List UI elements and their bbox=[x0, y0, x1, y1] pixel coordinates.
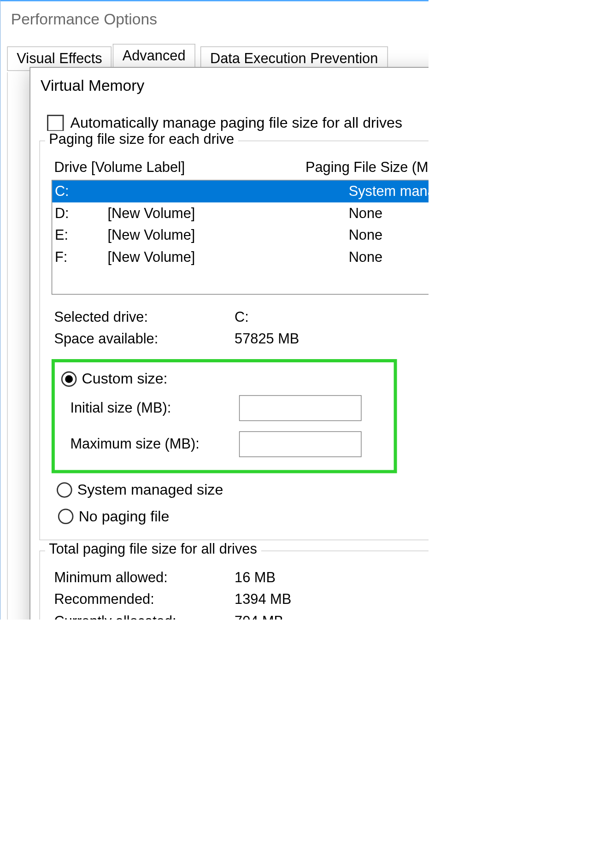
max-size-input[interactable] bbox=[239, 431, 362, 457]
drive-letter: F: bbox=[52, 249, 107, 266]
drive-paging-size: None bbox=[349, 227, 429, 243]
drive-volume-label: [New Volume] bbox=[108, 227, 349, 243]
virtual-memory-body: Automatically manage paging file size fo… bbox=[30, 104, 429, 620]
initial-size-label: Initial size (MB): bbox=[70, 400, 239, 416]
total-paging-group: Total paging file size for all drives Mi… bbox=[39, 550, 429, 620]
space-available-label: Space available: bbox=[54, 331, 235, 347]
virtual-memory-titlebar: Virtual Memory ✕ bbox=[30, 68, 429, 104]
custom-size-radio-row: Custom size: bbox=[61, 370, 388, 388]
drive-letter: E: bbox=[52, 227, 107, 243]
custom-size-label: Custom size: bbox=[82, 370, 168, 388]
auto-manage-label: Automatically manage paging file size fo… bbox=[70, 114, 402, 132]
no-paging-label: No paging file bbox=[79, 508, 170, 525]
selected-drive-info: Selected drive: C: Space available: 5782… bbox=[54, 306, 429, 350]
selected-drive-label: Selected drive: bbox=[54, 309, 235, 325]
auto-manage-checkbox[interactable] bbox=[47, 114, 64, 131]
drive-list[interactable]: C: System managed D: [New Volume] None E… bbox=[52, 180, 429, 295]
drive-volume-label: [New Volume] bbox=[108, 205, 349, 222]
paging-each-drive-group: Paging file size for each drive Drive [V… bbox=[39, 141, 429, 540]
current-allocated-value: 704 MB bbox=[235, 613, 283, 620]
performance-options-titlebar: Performance Options ✕ bbox=[0, 1, 429, 37]
drive-row[interactable]: D: [New Volume] None bbox=[52, 202, 429, 224]
initial-size-input[interactable] bbox=[239, 395, 362, 421]
drive-volume-label: [New Volume] bbox=[108, 249, 349, 266]
current-allocated-label: Currently allocated: bbox=[54, 613, 235, 620]
recommended-value: 1394 MB bbox=[235, 591, 291, 608]
paging-each-drive-title: Paging file size for each drive bbox=[45, 131, 238, 148]
custom-size-highlight: Custom size: Initial size (MB): Maximum … bbox=[52, 359, 397, 473]
drive-letter: D: bbox=[52, 205, 107, 222]
drive-paging-size: None bbox=[349, 249, 429, 266]
drive-list-header: Drive [Volume Label] Paging File Size (M… bbox=[54, 159, 429, 176]
initial-size-row: Initial size (MB): bbox=[70, 393, 388, 424]
drive-row[interactable]: E: [New Volume] None bbox=[52, 224, 429, 247]
recommended-label: Recommended: bbox=[54, 591, 235, 608]
custom-size-radio[interactable] bbox=[61, 371, 77, 387]
drive-letter: C: bbox=[52, 183, 107, 200]
no-paging-radio-row: No paging file bbox=[58, 508, 429, 525]
space-available-value: 57825 MB bbox=[235, 331, 299, 347]
max-size-row: Maximum size (MB): bbox=[70, 429, 388, 460]
tab-advanced[interactable]: Advanced bbox=[113, 44, 195, 68]
drive-row[interactable]: C: System managed bbox=[52, 181, 429, 203]
performance-options-title: Performance Options bbox=[11, 10, 157, 28]
drive-row[interactable]: F: [New Volume] None bbox=[52, 246, 429, 268]
system-managed-radio[interactable] bbox=[57, 482, 72, 497]
virtual-memory-title: Virtual Memory bbox=[41, 77, 144, 94]
max-size-label: Maximum size (MB): bbox=[70, 436, 239, 452]
col-pfs-label: Paging File Size (MB) bbox=[305, 159, 429, 176]
min-allowed-label: Minimum allowed: bbox=[54, 569, 235, 586]
system-managed-radio-row: System managed size bbox=[57, 481, 429, 498]
col-drive-label: Drive [Volume Label] bbox=[54, 159, 305, 176]
drive-paging-size: System managed bbox=[349, 183, 429, 200]
system-managed-label: System managed size bbox=[77, 481, 223, 498]
min-allowed-value: 16 MB bbox=[235, 569, 276, 586]
drive-paging-size: None bbox=[349, 205, 429, 222]
auto-manage-row: Automatically manage paging file size fo… bbox=[47, 114, 429, 132]
total-paging-title: Total paging file size for all drives bbox=[45, 541, 261, 557]
no-paging-radio[interactable] bbox=[58, 508, 74, 524]
selected-drive-value: C: bbox=[235, 309, 249, 325]
virtual-memory-dialog: Virtual Memory ✕ Automatically manage pa… bbox=[29, 67, 429, 620]
